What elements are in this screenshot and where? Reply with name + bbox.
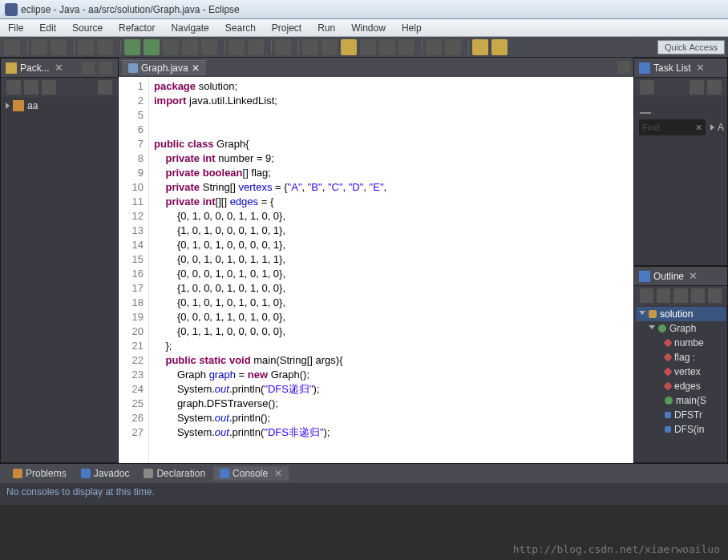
task-list-panel: Task List ✕ Find ✕ A xyxy=(633,58,728,266)
focus-icon[interactable] xyxy=(42,80,56,95)
pin-button[interactable] xyxy=(398,39,415,55)
outline-tree[interactable]: solutionGraphnumbeflag : vertexedgesmain… xyxy=(634,305,727,438)
menu-help[interactable]: Help xyxy=(394,22,430,34)
close-icon[interactable]: ✕ xyxy=(696,62,705,74)
view-menu-icon[interactable] xyxy=(707,80,722,95)
main-toolbar: Quick Access xyxy=(0,37,728,58)
separator xyxy=(70,40,75,54)
bottom-tabs: ProblemsJavadocDeclarationConsole✕ xyxy=(0,464,728,483)
package-explorer-panel: Pack... ✕ aa xyxy=(0,58,119,463)
new-button[interactable] xyxy=(4,39,20,55)
task-find-input[interactable]: Find ✕ xyxy=(639,119,706,135)
external-tools-button[interactable] xyxy=(201,39,217,55)
menu-search[interactable]: Search xyxy=(217,22,264,34)
separator xyxy=(464,40,469,54)
open-type-button[interactable] xyxy=(275,39,291,55)
outline-item[interactable]: DFS(in xyxy=(636,422,726,437)
new-class-button[interactable] xyxy=(248,39,264,55)
tab-console[interactable]: Console✕ xyxy=(213,466,289,481)
hide-static-icon[interactable] xyxy=(673,288,687,303)
console-content: No consoles to display at this time. xyxy=(0,483,728,501)
categorize-icon[interactable] xyxy=(690,80,704,95)
view-menu-icon[interactable] xyxy=(98,80,112,95)
hide-fields-icon[interactable] xyxy=(657,288,670,303)
menubar: FileEditSourceRefactorNavigateSearchProj… xyxy=(0,19,728,37)
outline-item[interactable]: main(S xyxy=(636,393,726,408)
outline-panel: Outline ✕ solutionGraphnumbeflag : verte… xyxy=(633,266,728,463)
tab-declaration[interactable]: Declaration xyxy=(137,466,212,481)
package-tree[interactable]: aa xyxy=(1,97,118,115)
save-button[interactable] xyxy=(31,39,47,55)
quick-access[interactable]: Quick Access xyxy=(657,40,725,54)
prev-annotation-button[interactable] xyxy=(445,39,461,55)
menu-window[interactable]: Window xyxy=(343,22,394,34)
task-icon xyxy=(639,62,650,74)
menu-refactor[interactable]: Refactor xyxy=(111,22,163,34)
annotation-button[interactable] xyxy=(322,39,338,55)
eclipse-icon xyxy=(5,3,18,16)
outline-item[interactable]: edges xyxy=(636,379,726,393)
outline-item[interactable]: numbe xyxy=(636,336,726,350)
separator xyxy=(116,40,121,54)
project-item[interactable]: aa xyxy=(6,100,113,111)
run-button[interactable] xyxy=(144,39,160,55)
save-all-button[interactable] xyxy=(51,39,67,55)
hide-nonpublic-icon[interactable] xyxy=(691,288,705,303)
menu-source[interactable]: Source xyxy=(64,22,111,34)
window-titlebar: eclipse - Java - aa/src/solution/Graph.j… xyxy=(0,0,728,19)
collapse-all-icon[interactable] xyxy=(6,80,21,95)
outline-item[interactable]: DFSTr xyxy=(636,408,726,422)
next-annotation-button[interactable] xyxy=(426,39,442,55)
collapse-icon[interactable] xyxy=(640,99,651,114)
outline-item[interactable]: solution xyxy=(636,307,726,321)
link-editor-icon[interactable] xyxy=(24,80,38,95)
tab-javadoc[interactable]: Javadoc xyxy=(75,466,136,481)
coverage-button[interactable] xyxy=(182,39,198,55)
package-explorer-title: Pack... xyxy=(20,62,50,74)
close-icon[interactable]: ✕ xyxy=(55,62,63,74)
outline-title: Outline xyxy=(653,271,684,282)
menu-run[interactable]: Run xyxy=(309,22,343,34)
run-last-button[interactable] xyxy=(163,39,179,55)
maximize-editor-icon[interactable] xyxy=(617,61,630,74)
menu-edit[interactable]: Edit xyxy=(31,22,64,34)
outline-item[interactable]: vertex xyxy=(636,365,726,379)
line-gutter: 1256789101112131415161718192021222324252… xyxy=(119,77,149,463)
minimize-icon[interactable] xyxy=(82,62,95,75)
hide-local-icon[interactable] xyxy=(708,288,722,303)
outline-item[interactable]: Graph xyxy=(636,321,726,336)
outline-item[interactable]: flag : xyxy=(636,350,726,365)
task-list-title: Task List xyxy=(653,62,691,74)
toggle-mark-button[interactable] xyxy=(341,39,357,55)
menu-navigate[interactable]: Navigate xyxy=(163,22,216,34)
code-content[interactable]: package solution;import java.util.Linked… xyxy=(149,77,633,463)
debug-button[interactable] xyxy=(124,39,140,55)
new-task-icon[interactable] xyxy=(640,80,654,95)
build-button[interactable] xyxy=(78,39,94,55)
sort-icon[interactable] xyxy=(640,288,653,303)
menu-project[interactable]: Project xyxy=(264,22,309,34)
separator xyxy=(294,40,299,54)
separator xyxy=(23,40,28,54)
close-icon[interactable]: ✕ xyxy=(192,62,200,74)
code-editor[interactable]: 1256789101112131415161718192021222324252… xyxy=(119,77,633,463)
activate-label: A xyxy=(718,122,724,133)
menu-file[interactable]: File xyxy=(0,22,31,34)
tab-problems[interactable]: Problems xyxy=(6,466,73,481)
expand-icon[interactable] xyxy=(6,103,10,109)
toggle-button[interactable] xyxy=(97,39,113,55)
back-button[interactable] xyxy=(472,39,488,55)
project-icon xyxy=(13,100,24,111)
toggle-block-button[interactable] xyxy=(360,39,376,55)
forward-button[interactable] xyxy=(491,39,508,55)
maximize-icon[interactable] xyxy=(99,62,112,75)
clear-icon[interactable]: ✕ xyxy=(695,123,702,133)
outline-icon xyxy=(639,271,650,282)
editor-tab[interactable]: Graph.java ✕ xyxy=(122,60,206,75)
bottom-panel: ProblemsJavadocDeclarationConsole✕ No co… xyxy=(0,463,728,505)
close-icon[interactable]: ✕ xyxy=(689,270,698,282)
expand-icon[interactable] xyxy=(710,124,714,131)
new-package-button[interactable] xyxy=(229,39,245,55)
search-button[interactable] xyxy=(302,39,318,55)
show-whitespace-button[interactable] xyxy=(379,39,395,55)
